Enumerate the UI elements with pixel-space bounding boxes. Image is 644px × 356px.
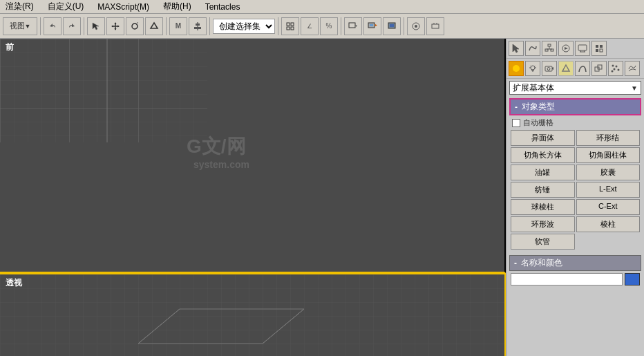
name-input-row	[509, 273, 641, 285]
obj-btn-fangzhui[interactable]: 纺锤	[511, 182, 575, 198]
rp-patch-btn[interactable]	[625, 61, 640, 76]
rp-display-btn[interactable]	[575, 41, 590, 56]
menu-tentacles[interactable]: Tentacles	[202, 1, 243, 12]
svg-rect-13	[291, 23, 294, 26]
svg-marker-8	[151, 23, 158, 28]
name-input[interactable]	[511, 273, 623, 285]
move-btn[interactable]	[106, 17, 124, 35]
rp-cursor-btn[interactable]	[509, 41, 524, 56]
main-layout: 前	[0, 39, 644, 356]
svg-marker-54	[565, 47, 568, 50]
svg-point-7	[132, 24, 138, 29]
toolbar-sep-5	[278, 17, 278, 35]
svg-rect-47	[548, 44, 551, 46]
svg-rect-61	[596, 49, 598, 52]
menu-maxscript[interactable]: MAXScript(M)	[95, 1, 152, 12]
obj-btn-youguan[interactable]: 油罐	[511, 165, 575, 180]
selection-set-dropdown[interactable]: 创建选择集	[213, 19, 275, 34]
toolbar-sep-2	[84, 17, 84, 35]
rp-motion-btn[interactable]	[558, 41, 574, 56]
obj-btn-cext[interactable]: C-Ext	[576, 199, 641, 215]
svg-text:system.com: system.com	[193, 159, 249, 170]
align-btn[interactable]	[189, 17, 207, 35]
rp-category-dropdown[interactable]: 扩展基本体 ▼	[509, 81, 641, 95]
svg-point-80	[618, 69, 620, 71]
svg-rect-10	[196, 24, 200, 26]
obj-btn-huanxingbo[interactable]: 环形波	[511, 216, 575, 232]
render-setup-btn[interactable]	[344, 17, 362, 35]
viewport-perspective[interactable]: 透视	[0, 273, 506, 356]
toolbar-sep-7	[404, 17, 404, 35]
rp-particle-btn[interactable]	[608, 61, 623, 76]
svg-marker-74	[562, 65, 569, 71]
rp-shape-btn[interactable]	[575, 61, 590, 76]
svg-marker-5	[111, 25, 113, 27]
toolbar-sep-3	[166, 17, 167, 35]
svg-point-63	[513, 65, 520, 72]
object-type-collapse-icon[interactable]: -	[515, 102, 518, 112]
front-grid: z	[0, 39, 207, 142]
menu-render[interactable]: 渲染(R)	[3, 0, 37, 13]
render-frame-btn[interactable]	[383, 17, 401, 35]
obj-btn-jianang[interactable]: 胶囊	[576, 165, 641, 180]
svg-point-77	[612, 65, 614, 67]
rp-curve-btn[interactable]	[525, 41, 540, 56]
menu-help[interactable]: 帮助(H)	[160, 0, 194, 13]
rp-utilities-btn[interactable]	[591, 41, 607, 56]
viewport-area: 前	[0, 39, 506, 356]
rp-geo-btn[interactable]	[558, 61, 574, 76]
object-type-section: - 对象类型 自动栅格 异面体 环形结 切角长方体 切角圆柱体 油罐 胶囊 纺锤…	[509, 98, 641, 251]
extra-btn-2[interactable]	[426, 17, 444, 35]
rp-hierarchy-btn[interactable]	[542, 41, 557, 56]
perspective-grid	[0, 274, 504, 356]
scale-btn[interactable]	[145, 17, 163, 35]
svg-marker-0	[93, 23, 99, 30]
toolbar-sep-6	[341, 17, 341, 35]
extra-btn-1[interactable]	[407, 17, 425, 35]
svg-point-73	[547, 68, 550, 71]
menu-customize[interactable]: 自定义(U)	[45, 0, 87, 13]
rp-light-btn[interactable]	[525, 61, 540, 76]
snap-btn[interactable]	[281, 17, 299, 35]
auto-grid-checkbox[interactable]	[512, 119, 520, 127]
svg-rect-15	[291, 27, 294, 30]
name-color-collapse-icon[interactable]: -	[514, 259, 517, 268]
rp-category-dropdown-row: 扩展基本体 ▼	[506, 79, 644, 97]
svg-point-78	[616, 66, 618, 68]
menubar: 渲染(R) 自定义(U) MAXScript(M) 帮助(H) Tentacle…	[0, 0, 644, 14]
obj-btn-lingzhu[interactable]: 棱柱	[576, 216, 641, 232]
rotate-btn[interactable]	[126, 17, 144, 35]
auto-grid-row: 自动栅格	[509, 117, 641, 129]
name-color-header: - 名称和颜色	[509, 255, 641, 271]
viewport-front[interactable]: 前	[0, 39, 506, 273]
redo-btn[interactable]	[63, 17, 81, 35]
svg-rect-16	[349, 23, 355, 28]
rp-toolbar-1	[506, 39, 644, 59]
obj-btn-qiejiaochang[interactable]: 切角长方体	[511, 147, 575, 163]
toolbar: 视图 ▼ M	[0, 14, 644, 39]
obj-btn-qiulengzhu[interactable]: 球棱柱	[511, 199, 575, 215]
obj-btn-ruguan[interactable]: 软管	[511, 234, 575, 250]
svg-rect-30	[0, 39, 207, 142]
select-btn[interactable]	[87, 17, 105, 35]
view-dropdown-btn[interactable]: 视图 ▼	[3, 17, 37, 35]
rp-active-btn[interactable]	[509, 61, 524, 76]
obj-btn-lext[interactable]: L-Ext	[576, 182, 641, 198]
obj-btn-qijiaozhuti[interactable]: 切角圆柱体	[576, 147, 641, 163]
svg-rect-55	[578, 45, 587, 50]
color-swatch[interactable]	[625, 273, 640, 285]
rp-toolbar-2	[506, 59, 644, 79]
percent-snap-btn[interactable]: %	[320, 17, 338, 35]
obj-btn-huanxingjie[interactable]: 环形结	[576, 130, 641, 146]
angle-snap-btn[interactable]: ∠	[301, 17, 319, 35]
viewport-front-label: 前	[6, 41, 14, 53]
obj-btn-yimian[interactable]: 异面体	[511, 130, 575, 146]
quick-render-btn[interactable]	[363, 17, 381, 35]
mirror-btn[interactable]: M	[169, 17, 187, 35]
rp-compound-btn[interactable]	[591, 61, 607, 76]
viewport-perspective-label: 透视	[6, 277, 22, 289]
undo-btn[interactable]	[44, 17, 61, 35]
rp-camera-btn[interactable]	[542, 61, 557, 76]
object-type-header: - 对象类型	[509, 98, 641, 115]
svg-rect-62	[600, 49, 603, 52]
